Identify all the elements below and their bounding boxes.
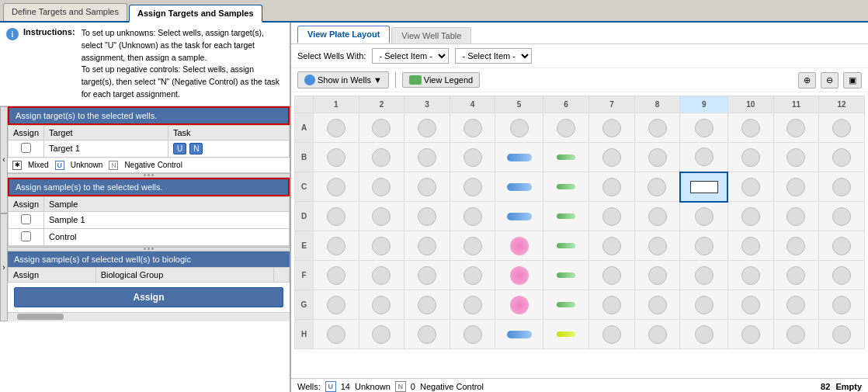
well-f11[interactable] — [773, 261, 819, 290]
well-a9[interactable] — [680, 113, 727, 143]
well-e7[interactable] — [589, 231, 635, 261]
well-g1[interactable] — [314, 290, 359, 320]
well-d7[interactable] — [589, 202, 635, 231]
well-c12[interactable] — [819, 172, 865, 202]
well-f2[interactable] — [359, 261, 404, 290]
well-b3[interactable] — [404, 143, 450, 172]
well-g6[interactable] — [543, 290, 589, 320]
well-e1[interactable] — [314, 231, 359, 261]
well-a11[interactable] — [773, 113, 819, 143]
well-b9[interactable] — [680, 143, 727, 172]
well-b12[interactable] — [819, 143, 865, 172]
well-f3[interactable] — [404, 261, 450, 290]
well-h11[interactable] — [773, 320, 819, 349]
well-b1[interactable] — [314, 143, 359, 172]
tab-assign[interactable]: Assign Targets and Samples — [129, 5, 262, 23]
well-b6[interactable] — [543, 143, 589, 172]
well-e6[interactable] — [543, 231, 589, 261]
well-f1[interactable] — [314, 261, 359, 290]
well-a3[interactable] — [404, 113, 450, 143]
well-a5[interactable] — [495, 113, 543, 143]
well-c8[interactable] — [634, 172, 680, 202]
well-b2[interactable] — [359, 143, 404, 172]
well-e8[interactable] — [634, 231, 680, 261]
well-h9[interactable] — [680, 320, 727, 349]
view-legend-btn[interactable]: View Legend — [402, 72, 480, 88]
assign-button[interactable]: Assign — [14, 287, 283, 307]
well-a7[interactable] — [589, 113, 635, 143]
well-d4[interactable] — [450, 202, 495, 231]
well-d8[interactable] — [634, 202, 680, 231]
well-h8[interactable] — [634, 320, 680, 349]
well-d11[interactable] — [773, 202, 819, 231]
well-g11[interactable] — [773, 290, 819, 320]
well-f4[interactable] — [450, 261, 495, 290]
well-a12[interactable] — [819, 113, 865, 143]
well-b10[interactable] — [727, 143, 773, 172]
well-a6[interactable] — [543, 113, 589, 143]
well-h7[interactable] — [589, 320, 635, 349]
well-d1[interactable] — [314, 202, 359, 231]
horizontal-scrollbar[interactable] — [8, 312, 290, 321]
well-d9[interactable] — [680, 202, 727, 231]
well-f10[interactable] — [727, 261, 773, 290]
well-c2[interactable] — [359, 172, 404, 202]
tab-well-table[interactable]: View Well Table — [391, 27, 471, 43]
zoom-out-btn[interactable]: ⊖ — [821, 72, 838, 88]
show-in-wells-btn[interactable]: Show in Wells ▼ — [297, 71, 389, 88]
well-h2[interactable] — [359, 320, 404, 349]
well-g4[interactable] — [450, 290, 495, 320]
well-c10[interactable] — [727, 172, 773, 202]
well-a8[interactable] — [634, 113, 680, 143]
well-g7[interactable] — [589, 290, 635, 320]
tab-define[interactable]: Define Targets and Samples — [3, 3, 127, 21]
well-h1[interactable] — [314, 320, 359, 349]
well-a4[interactable] — [450, 113, 495, 143]
well-c6[interactable] — [543, 172, 589, 202]
well-a1[interactable] — [314, 113, 359, 143]
well-g3[interactable] — [404, 290, 450, 320]
well-g8[interactable] — [634, 290, 680, 320]
well-e10[interactable] — [727, 231, 773, 261]
well-g9[interactable] — [680, 290, 727, 320]
well-a2[interactable] — [359, 113, 404, 143]
well-e12[interactable] — [819, 231, 865, 261]
select-item-2[interactable]: - Select Item - — [455, 48, 532, 64]
sample1-checkbox[interactable] — [21, 214, 31, 224]
well-a10[interactable] — [727, 113, 773, 143]
well-b4[interactable] — [450, 143, 495, 172]
select-item-1[interactable]: - Select Item - — [372, 48, 449, 64]
control-checkbox[interactable] — [21, 231, 31, 241]
well-g10[interactable] — [727, 290, 773, 320]
well-c7[interactable] — [589, 172, 635, 202]
well-c5[interactable] — [495, 172, 543, 202]
well-f5[interactable] — [495, 261, 543, 290]
well-b11[interactable] — [773, 143, 819, 172]
well-c3[interactable] — [404, 172, 450, 202]
well-f12[interactable] — [819, 261, 865, 290]
well-b8[interactable] — [634, 143, 680, 172]
well-c4[interactable] — [450, 172, 495, 202]
well-d3[interactable] — [404, 202, 450, 231]
well-g12[interactable] — [819, 290, 865, 320]
well-g5[interactable] — [495, 290, 543, 320]
task-u-btn[interactable]: U — [173, 143, 186, 154]
nav-up-arrow[interactable]: ‹ — [0, 106, 8, 214]
well-b7[interactable] — [589, 143, 635, 172]
well-f6[interactable] — [543, 261, 589, 290]
well-f8[interactable] — [634, 261, 680, 290]
task-n-btn[interactable]: N — [189, 143, 203, 154]
well-d5[interactable] — [495, 202, 543, 231]
well-h4[interactable] — [450, 320, 495, 349]
well-d12[interactable] — [819, 202, 865, 231]
well-h12[interactable] — [819, 320, 865, 349]
well-b5[interactable] — [495, 143, 543, 172]
well-e9[interactable] — [680, 231, 727, 261]
nav-down-arrow[interactable]: › — [0, 213, 8, 321]
well-e2[interactable] — [359, 231, 404, 261]
scrollbar-thumb[interactable] — [17, 314, 64, 320]
well-c11[interactable] — [773, 172, 819, 202]
well-f7[interactable] — [589, 261, 635, 290]
well-f9[interactable] — [680, 261, 727, 290]
well-g2[interactable] — [359, 290, 404, 320]
